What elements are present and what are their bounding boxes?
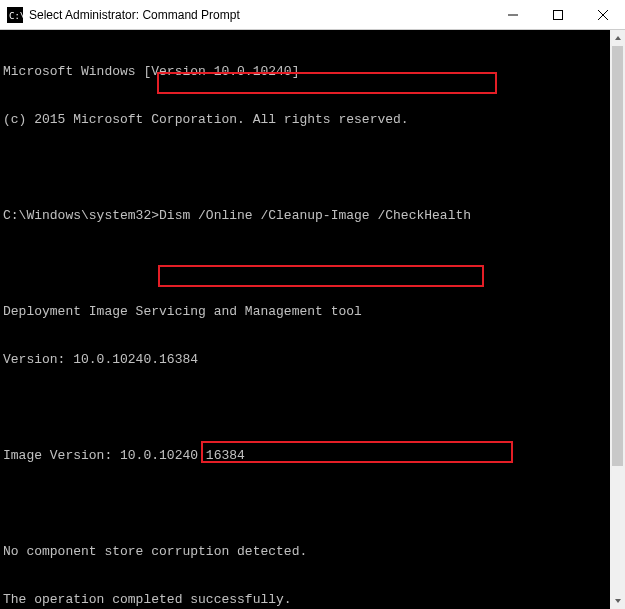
- svg-rect-3: [553, 10, 562, 19]
- terminal-line: [3, 400, 610, 416]
- terminal-line: No component store corruption detected.: [3, 544, 610, 560]
- svg-marker-7: [615, 599, 621, 603]
- terminal-line: Deployment Image Servicing and Managemen…: [3, 304, 610, 320]
- titlebar[interactable]: C:\ Select Administrator: Command Prompt: [0, 0, 625, 30]
- svg-marker-6: [615, 36, 621, 40]
- vertical-scrollbar[interactable]: [610, 30, 625, 609]
- window-controls: [490, 0, 625, 29]
- cmd-icon: C:\: [7, 7, 23, 23]
- scroll-down-button[interactable]: [610, 593, 625, 609]
- terminal-line: [3, 496, 610, 512]
- terminal-output[interactable]: Microsoft Windows [Version 10.0.10240] (…: [0, 30, 610, 609]
- terminal-line: C:\Windows\system32>Dism /Online /Cleanu…: [3, 208, 610, 224]
- terminal-line: The operation completed successfully.: [3, 592, 610, 608]
- maximize-button[interactable]: [535, 0, 580, 29]
- terminal-line: Version: 10.0.10240.16384: [3, 352, 610, 368]
- terminal-container: Microsoft Windows [Version 10.0.10240] (…: [0, 30, 625, 609]
- terminal-line: (c) 2015 Microsoft Corporation. All righ…: [3, 112, 610, 128]
- terminal-line: [3, 160, 610, 176]
- scroll-up-button[interactable]: [610, 30, 625, 46]
- close-button[interactable]: [580, 0, 625, 29]
- minimize-button[interactable]: [490, 0, 535, 29]
- scroll-thumb[interactable]: [612, 46, 623, 466]
- svg-text:C:\: C:\: [9, 11, 23, 21]
- terminal-line: [3, 256, 610, 272]
- terminal-line: Microsoft Windows [Version 10.0.10240]: [3, 64, 610, 80]
- window-title: Select Administrator: Command Prompt: [29, 8, 490, 22]
- terminal-line: Image Version: 10.0.10240.16384: [3, 448, 610, 464]
